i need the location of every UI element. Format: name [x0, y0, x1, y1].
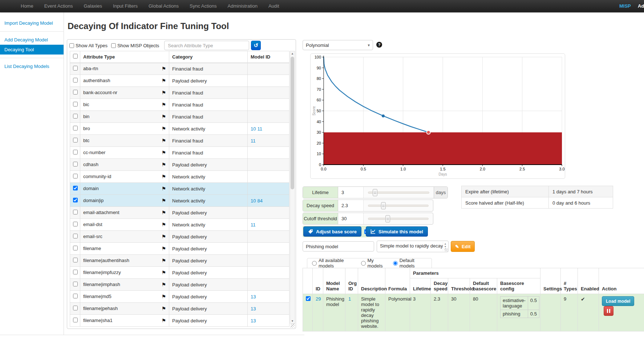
- attribute-row[interactable]: cdhash⚑Payload delivery: [70, 159, 289, 171]
- attribute-row-checkbox[interactable]: [73, 174, 78, 178]
- model-id-link[interactable]: 29: [316, 296, 321, 302]
- flag-icon[interactable]: ⚑: [161, 138, 166, 144]
- attribute-row[interactable]: filename⚑Payload delivery: [70, 243, 289, 255]
- scrollbar-thumb[interactable]: [291, 57, 294, 189]
- edit-model-button[interactable]: ✎ Edit: [451, 241, 475, 252]
- flag-icon[interactable]: ⚑: [161, 210, 166, 216]
- flag-icon[interactable]: ⚑: [161, 258, 166, 263]
- attribute-row-checkbox[interactable]: [73, 78, 78, 83]
- model-id-link[interactable]: 13: [251, 306, 256, 311]
- model-id-link[interactable]: 13: [251, 318, 256, 323]
- select-all-checkbox[interactable]: [73, 54, 78, 59]
- flag-icon[interactable]: ⚑: [161, 150, 166, 156]
- slider-track[interactable]: [368, 205, 429, 207]
- attribute-row-checkbox[interactable]: [73, 234, 78, 238]
- decay-simulation-chart[interactable]: 01020304050607080901000.00.51.01.52.02.5…: [310, 53, 565, 179]
- slider-handle[interactable]: [373, 189, 377, 196]
- attribute-row-checkbox[interactable]: [73, 306, 78, 310]
- attribute-row-checkbox[interactable]: [73, 102, 78, 106]
- slider-track[interactable]: [368, 192, 429, 194]
- show-all-types-checkbox[interactable]: [69, 43, 74, 48]
- attribute-row[interactable]: cc-number⚑Financial fraud: [70, 147, 289, 159]
- attribute-row-checkbox[interactable]: [73, 282, 78, 286]
- model-id-link[interactable]: 11: [251, 138, 256, 144]
- attribute-row-checkbox[interactable]: [73, 198, 78, 202]
- model-orgid-link[interactable]: 1: [348, 296, 351, 302]
- nav-item-sync-actions[interactable]: Sync Actions: [184, 0, 222, 12]
- attribute-row[interactable]: btc⚑Financial fraud11: [70, 135, 289, 147]
- model-id-link[interactable]: 13: [251, 294, 256, 299]
- flag-icon[interactable]: ⚑: [161, 198, 166, 204]
- attribute-row[interactable]: filename|imphash⚑Payload delivery: [70, 279, 289, 291]
- attribute-row-checkbox[interactable]: [73, 138, 78, 142]
- radio-default-models[interactable]: [393, 261, 398, 266]
- attribute-row-checkbox[interactable]: [73, 222, 78, 226]
- attribute-row-checkbox[interactable]: [73, 270, 78, 274]
- show-misp-objects-checkbox[interactable]: [111, 43, 116, 48]
- attribute-table-scrollbar[interactable]: ▲ ▼: [290, 51, 295, 324]
- model-id-link[interactable]: 84: [257, 198, 262, 204]
- attribute-row-checkbox[interactable]: [73, 186, 78, 190]
- flag-icon[interactable]: ⚑: [161, 162, 166, 168]
- model-id-link[interactable]: 10: [251, 126, 256, 132]
- radio-label[interactable]: Default models: [400, 258, 427, 269]
- sidebar-item-list-decaying-models[interactable]: List Decaying Models: [0, 61, 64, 71]
- radio-my-models[interactable]: [361, 261, 366, 266]
- scrollbar-down-icon[interactable]: ▼: [290, 319, 295, 323]
- attribute-row-checkbox[interactable]: [73, 294, 78, 298]
- attribute-row-checkbox[interactable]: [73, 114, 78, 118]
- scrollbar-up-icon[interactable]: ▲: [290, 52, 295, 55]
- attribute-row[interactable]: bank-account-nr⚑Financial fraud: [70, 87, 289, 99]
- nav-item-global-actions[interactable]: Global Actions: [143, 0, 184, 12]
- model-name-input[interactable]: [303, 241, 374, 252]
- attribute-row[interactable]: authentihash⚑Payload delivery: [70, 75, 289, 87]
- radio-all-available-models[interactable]: [312, 261, 317, 266]
- attribute-row-checkbox[interactable]: [73, 246, 78, 250]
- model-id-link[interactable]: 11: [251, 222, 256, 228]
- attribute-row[interactable]: filename|md5⚑Payload delivery13: [70, 291, 289, 303]
- attribute-row[interactable]: email-attachment⚑Payload delivery: [70, 207, 289, 219]
- attribute-row-checkbox[interactable]: [73, 90, 78, 94]
- flag-icon[interactable]: ⚑: [161, 246, 166, 252]
- user-menu[interactable]: Admin: [638, 0, 644, 12]
- attribute-row[interactable]: bin⚑Financial fraud: [70, 111, 289, 123]
- search-attribute-input[interactable]: [164, 41, 249, 50]
- attribute-row[interactable]: domain|ip⚑Network activity1084: [70, 195, 289, 207]
- radio-label[interactable]: All available models: [319, 258, 355, 269]
- flag-icon[interactable]: ⚑: [161, 318, 166, 323]
- flag-icon[interactable]: ⚑: [161, 78, 166, 84]
- attribute-row-checkbox[interactable]: [73, 210, 78, 214]
- misp-brand-link[interactable]: MISP: [619, 0, 631, 12]
- flag-icon[interactable]: ⚑: [161, 222, 166, 228]
- textarea-resize-grip[interactable]: [445, 248, 448, 252]
- flag-icon[interactable]: ⚑: [161, 270, 166, 275]
- attribute-row[interactable]: filename|authentihash⚑Payload delivery: [70, 255, 289, 267]
- attribute-row-checkbox[interactable]: [73, 126, 78, 130]
- slider-handle[interactable]: [385, 215, 390, 222]
- attribute-row-checkbox[interactable]: [73, 150, 78, 154]
- flag-icon[interactable]: ⚑: [161, 126, 166, 132]
- sidebar-item-add-decaying-model[interactable]: Add Decaying Model: [0, 35, 64, 45]
- attribute-row[interactable]: community-id⚑Network activity: [70, 171, 289, 183]
- attribute-row[interactable]: filename|pehash⚑Payload delivery13: [70, 303, 289, 315]
- attribute-row[interactable]: filename|impfuzzy⚑Payload delivery: [70, 267, 289, 279]
- slider-value-input[interactable]: 2.3: [338, 200, 364, 211]
- nav-item-home[interactable]: Home: [15, 0, 39, 12]
- formula-select[interactable]: Polynomial ▾: [303, 40, 373, 50]
- flag-icon[interactable]: ⚑: [161, 174, 166, 180]
- history-refresh-button[interactable]: ↺: [251, 41, 261, 50]
- panel-resize-grip[interactable]: [291, 323, 295, 328]
- nav-item-galaxies[interactable]: Galaxies: [78, 0, 108, 12]
- model-row-checkbox[interactable]: [306, 296, 311, 301]
- nav-item-administration[interactable]: Administration: [222, 0, 263, 12]
- flag-icon[interactable]: ⚑: [161, 234, 166, 240]
- nav-item-input-filters[interactable]: Input Filters: [108, 0, 143, 12]
- pause-model-button[interactable]: [604, 306, 613, 316]
- slider-value-input[interactable]: 30: [338, 213, 364, 224]
- radio-label[interactable]: My models: [368, 258, 387, 269]
- sidebar-item-decaying-tool[interactable]: Decaying Tool: [0, 45, 64, 55]
- show-all-types-label[interactable]: Show All Types: [76, 43, 108, 48]
- attribute-row[interactable]: filename|sha1⚑Payload delivery13: [70, 315, 289, 327]
- flag-icon[interactable]: ⚑: [161, 186, 166, 192]
- attribute-row[interactable]: email-dst⚑Network activity11: [70, 219, 289, 231]
